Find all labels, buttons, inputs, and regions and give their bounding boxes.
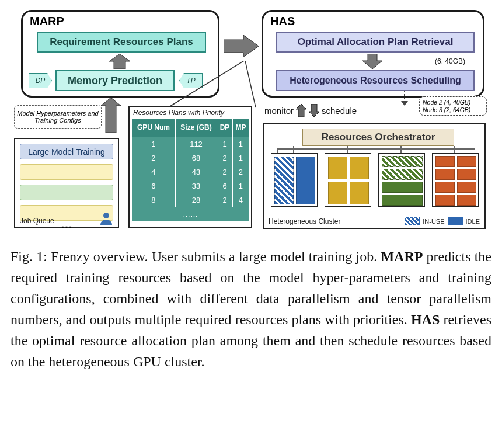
svg-line-4 — [245, 61, 256, 107]
gpu-card — [350, 157, 369, 179]
table-row: 1 112 1 1 — [132, 137, 249, 151]
caption-prefix: Fig. 1: Frenzy overview. User submits a … — [11, 249, 381, 264]
table-row: 6 33 6 1 — [132, 179, 249, 193]
table-row: 8 28 2 4 — [132, 193, 249, 207]
dp-tag: DP — [29, 73, 52, 88]
job-item-green — [20, 185, 113, 200]
gpu-card-idle — [296, 157, 315, 204]
gpu-card — [382, 182, 423, 193]
job-queue-box: Large Model Training ⋯ Job Queue — [14, 138, 119, 228]
rack-drop — [347, 146, 348, 153]
svg-point-6 — [103, 213, 109, 218]
gpu-card — [382, 195, 423, 206]
cluster-node-4 — [432, 153, 479, 207]
gpu-card — [457, 156, 476, 167]
resource-plans-table-box: Resources Plans with Priority GPU Num Si… — [128, 106, 252, 228]
gpu-card — [328, 182, 347, 204]
cluster-legend: IN-USE IDLE — [405, 217, 480, 225]
swatch-inuse-icon — [405, 217, 420, 225]
table-ellipsis: …… — [132, 207, 249, 221]
marp-box: MARP Requirement Resources Plans DP Memo… — [21, 10, 219, 98]
rack-drop — [454, 146, 455, 153]
legend-idle-label: IDLE — [466, 218, 480, 225]
rack-drop — [293, 146, 294, 153]
col-size: Size (GB) — [175, 119, 217, 137]
node-callout-line1: Node 2 (4, 40GB) — [423, 99, 483, 106]
ellipsis: ⋯ — [15, 225, 118, 228]
arrow-down-icon — [309, 104, 319, 117]
table-row: 4 43 2 2 — [132, 165, 249, 179]
gpu-card — [435, 169, 455, 180]
legend-inuse-label: IN-USE — [423, 218, 444, 225]
gpu-card — [435, 156, 455, 167]
arrow-right-icon — [224, 35, 259, 57]
has-schedule-block: Heterogeneous Resources Scheduling — [276, 70, 475, 91]
cluster-node-1 — [271, 153, 318, 207]
job-item-yellow — [20, 164, 113, 180]
tp-tag: TP — [179, 73, 203, 88]
svg-marker-0 — [109, 54, 130, 69]
marp-memory-block: Memory Prediction — [55, 70, 175, 91]
svg-marker-7 — [296, 104, 306, 117]
gpu-card — [350, 182, 369, 204]
job-item-blue: Large Model Training — [20, 144, 113, 159]
gpu-card-inuse — [382, 169, 423, 180]
caption-marp: MARP — [381, 249, 423, 264]
arrow-up-icon — [101, 98, 121, 133]
gpu-card-inuse — [274, 157, 294, 204]
user-icon — [99, 211, 113, 225]
swatch-idle-icon — [448, 217, 463, 225]
cluster-label: Heterogeneous Cluster — [269, 217, 340, 225]
has-box: HAS Optimal Allocation Plan Retrieval (6… — [262, 10, 484, 98]
col-dp: DP — [217, 119, 233, 137]
gpu-card — [457, 182, 476, 193]
node-callout: Node 2 (4, 40GB) Node 3 (2, 64GB) — [419, 96, 487, 116]
arrow-dashed-down-icon — [400, 91, 409, 106]
gpu-card-inuse — [382, 156, 423, 167]
job-queue-label: Job Queue — [20, 217, 54, 225]
gpu-card — [457, 195, 476, 206]
marp-requirement-block: Requirement Resources Plans — [37, 32, 206, 53]
gpu-card — [457, 169, 476, 180]
monitor-label: monitor — [264, 106, 294, 116]
cluster-node-2 — [325, 153, 371, 207]
rack-drop — [400, 146, 402, 153]
monitor-schedule-labels: monitor schedule — [264, 104, 357, 117]
has-optimal-block: Optimal Allocation Plan Retrieval — [276, 32, 475, 53]
gpu-card — [435, 195, 455, 206]
arrow-down-icon — [362, 54, 382, 69]
svg-marker-1 — [224, 35, 259, 57]
figure-caption: Fig. 1: Frenzy overview. User submits a … — [11, 246, 491, 372]
marp-title: MARP — [30, 15, 64, 28]
col-gpu: GPU Num — [132, 119, 176, 137]
has-tuple-label: (6, 40GB) — [435, 57, 465, 65]
svg-marker-2 — [362, 54, 382, 69]
node-callout-line2: Node 3 (2, 64GB) — [423, 106, 483, 114]
cluster-node-3 — [378, 153, 425, 207]
gpu-card — [328, 157, 347, 179]
col-mp: MP — [232, 119, 249, 137]
svg-marker-5 — [101, 98, 121, 133]
resource-plans-table: GPU Num Size (GB) DP MP 1 112 1 1 2 68 2… — [131, 118, 249, 221]
resource-plans-title: Resources Plans with Priority — [130, 107, 251, 117]
has-title: HAS — [270, 15, 295, 28]
table-row: 2 68 2 1 — [132, 151, 249, 165]
arrow-up-icon — [296, 104, 306, 117]
svg-marker-10 — [401, 101, 408, 106]
cluster-box: Resources Orchestrator — [263, 123, 486, 229]
architecture-diagram: MARP Requirement Resources Plans DP Memo… — [11, 7, 491, 238]
arrow-up-icon — [109, 54, 130, 69]
schedule-label: schedule — [322, 106, 357, 116]
svg-marker-8 — [309, 104, 319, 117]
annotation-hyperparams: Model Hyperparameters and Training Confi… — [14, 105, 102, 129]
orchestrator-block: Resources Orchestrator — [302, 129, 454, 146]
table-header-row: GPU Num Size (GB) DP MP — [132, 119, 249, 137]
rack-connector — [277, 148, 475, 150]
caption-has: HAS — [411, 312, 440, 327]
gpu-card — [435, 182, 455, 193]
